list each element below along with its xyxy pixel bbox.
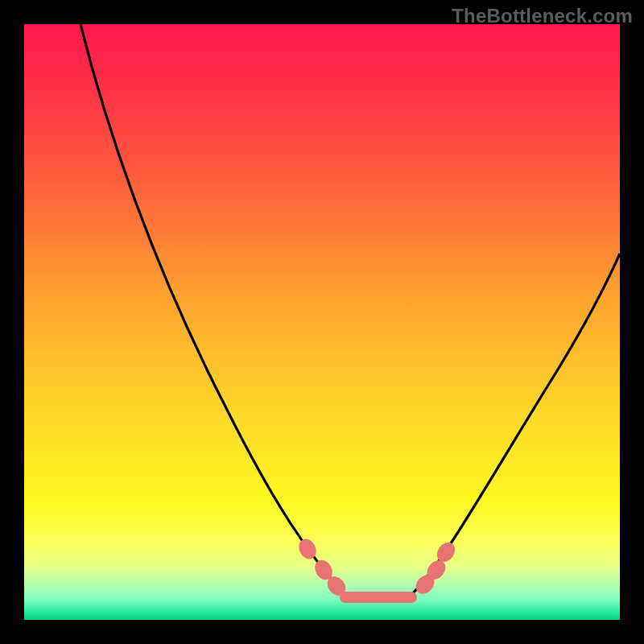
watermark-text: TheBottleneck.com bbox=[452, 5, 633, 27]
bottleneck-curve bbox=[24, 24, 620, 620]
gradient-plot-frame bbox=[24, 24, 620, 620]
curve-left-branch bbox=[80, 24, 346, 596]
valley-flat-segment bbox=[340, 592, 417, 603]
